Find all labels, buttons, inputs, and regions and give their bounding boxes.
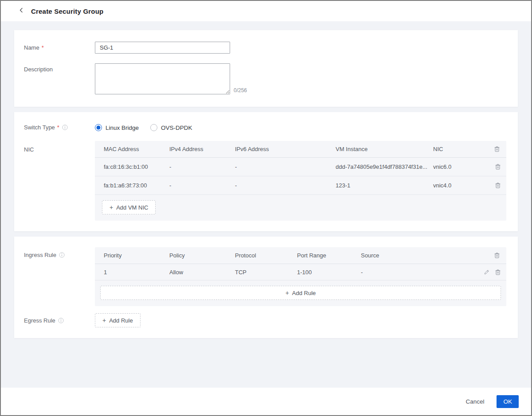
cell-vm-instance: 123-1 xyxy=(336,182,433,189)
description-label: Description xyxy=(24,63,95,73)
radio-label: OVS-DPDK xyxy=(161,124,192,131)
ingress-rule-label: Ingress Rule xyxy=(24,247,95,258)
row-actions xyxy=(489,163,506,170)
egress-rule-label: Egress Rule xyxy=(24,313,95,324)
delete-nic-row-button[interactable] xyxy=(495,182,501,189)
col-vm-instance: VM Instance xyxy=(336,146,433,152)
description-row: Description 0/256 xyxy=(24,63,508,94)
description-textarea[interactable] xyxy=(95,63,230,94)
cell-mac: fa:c8:16:3c:b1:00 xyxy=(104,163,169,170)
required-asterisk: * xyxy=(42,44,44,51)
info-icon xyxy=(59,252,65,258)
col-source: Source xyxy=(361,252,480,259)
switch-type-radio-group: Linux Bridge OVS-DPDK xyxy=(95,123,192,131)
plus-icon: + xyxy=(102,317,106,324)
cell-ipv6: - xyxy=(235,182,336,189)
radio-ovs-dpdk[interactable]: OVS-DPDK xyxy=(150,124,192,131)
col-port-range: Port Range xyxy=(297,252,361,259)
egress-rule-row: Egress Rule + Add Rule xyxy=(24,313,508,327)
nic-table-header: MAC Address IPv4 Address IPv6 Address VM… xyxy=(95,141,506,158)
nic-row: NIC MAC Address IPv4 Address IPv6 Addres… xyxy=(24,141,508,221)
add-vm-nic-button[interactable]: + Add VM NIC xyxy=(102,200,156,214)
header-actions xyxy=(489,146,506,152)
create-security-group-window: Create Security Group Name * Description… xyxy=(0,0,532,416)
cell-mac: fa:b1:a6:3f:73:00 xyxy=(104,182,169,189)
ingress-rule-row: Ingress Rule Priority Policy Protocol Po… xyxy=(24,247,508,306)
cell-vm-instance: ddd-7a74805e9e1f4df788374f31e... xyxy=(336,163,433,170)
form-content: Name * Description 0/256 Switch Type xyxy=(1,21,531,388)
cell-ipv4: - xyxy=(169,182,235,189)
cell-ipv4: - xyxy=(169,163,235,170)
header-actions xyxy=(480,252,506,259)
radio-selected-icon xyxy=(95,124,102,131)
rules-card: Ingress Rule Priority Policy Protocol Po… xyxy=(14,237,518,338)
add-ingress-rule-wrap: + Add Rule xyxy=(95,280,506,306)
cell-priority: 1 xyxy=(104,269,169,276)
nic-label: NIC xyxy=(24,141,95,153)
row-actions xyxy=(480,269,506,276)
table-row: fa:b1:a6:3f:73:00 - - 123-1 vnic4.0 xyxy=(95,176,506,195)
add-vm-nic-label: Add VM NIC xyxy=(116,204,148,211)
ingress-table-header: Priority Policy Protocol Port Range Sour… xyxy=(95,247,506,264)
col-ipv6-address: IPv6 Address xyxy=(235,146,336,152)
basic-info-card: Name * Description 0/256 xyxy=(14,30,518,107)
info-icon xyxy=(58,318,64,323)
char-counter: 0/256 xyxy=(234,87,247,94)
cell-nic: vnic4.0 xyxy=(433,182,489,189)
back-button[interactable] xyxy=(19,7,24,15)
radio-linux-bridge[interactable]: Linux Bridge xyxy=(95,124,139,131)
ok-button[interactable]: OK xyxy=(497,395,519,408)
col-protocol: Protocol xyxy=(235,252,297,259)
switch-type-label: Switch Type * xyxy=(24,123,95,131)
required-asterisk: * xyxy=(57,124,59,131)
chevron-left-icon xyxy=(19,7,24,15)
name-row: Name * xyxy=(24,42,508,54)
info-icon xyxy=(62,124,68,130)
cell-ipv6: - xyxy=(235,163,336,170)
delete-all-rules-button[interactable] xyxy=(494,252,500,259)
cell-protocol: TCP xyxy=(235,269,297,276)
nic-table: MAC Address IPv4 Address IPv6 Address VM… xyxy=(95,141,506,221)
cell-port-range: 1-100 xyxy=(297,269,361,276)
edit-rule-button[interactable] xyxy=(484,269,489,275)
cancel-button[interactable]: Cancel xyxy=(466,398,484,405)
description-label-text: Description xyxy=(24,66,53,73)
add-rule-label: Add Rule xyxy=(292,290,316,296)
col-policy: Policy xyxy=(169,252,235,259)
switch-type-label-text: Switch Type xyxy=(24,124,55,131)
add-egress-rule-button[interactable]: + Add Rule xyxy=(95,313,141,327)
egress-rule-label-text: Egress Rule xyxy=(24,317,55,324)
delete-nic-row-button[interactable] xyxy=(495,163,501,170)
radio-unselected-icon xyxy=(150,124,157,131)
page-header: Create Security Group xyxy=(1,1,531,21)
add-ingress-rule-button[interactable]: + Add Rule xyxy=(100,286,501,300)
name-label: Name * xyxy=(24,42,95,51)
name-input[interactable] xyxy=(95,42,230,54)
name-label-text: Name xyxy=(24,44,39,51)
add-rule-label: Add Rule xyxy=(109,317,133,324)
delete-all-nic-button[interactable] xyxy=(494,146,500,152)
plus-icon: + xyxy=(286,289,289,296)
plus-icon: + xyxy=(110,204,113,211)
ingress-rule-label-text: Ingress Rule xyxy=(24,252,56,258)
description-field-wrap: 0/256 xyxy=(95,63,247,94)
cell-source: - xyxy=(361,269,480,276)
table-row: 1 Allow TCP 1-100 - xyxy=(95,264,506,280)
col-nic: NIC xyxy=(433,146,489,152)
nic-label-text: NIC xyxy=(24,146,34,153)
cell-nic: vnic6.0 xyxy=(433,163,489,170)
col-priority: Priority xyxy=(104,252,169,259)
col-mac-address: MAC Address xyxy=(104,146,169,152)
cell-policy: Allow xyxy=(169,269,235,276)
radio-label: Linux Bridge xyxy=(106,124,139,131)
switch-type-row: Switch Type * Linux Bridge OVS-DPDK xyxy=(24,123,508,131)
row-actions xyxy=(489,182,506,189)
page-title: Create Security Group xyxy=(31,8,103,15)
ingress-rule-table: Priority Policy Protocol Port Range Sour… xyxy=(95,247,506,306)
table-row: fa:c8:16:3c:b1:00 - - ddd-7a74805e9e1f4d… xyxy=(95,158,506,176)
footer-bar: Cancel OK xyxy=(1,388,531,415)
col-ipv4-address: IPv4 Address xyxy=(169,146,235,152)
delete-rule-button[interactable] xyxy=(495,269,501,276)
add-vm-nic-wrap: + Add VM NIC xyxy=(95,195,506,221)
network-card: Switch Type * Linux Bridge OVS-DPDK xyxy=(14,112,518,231)
